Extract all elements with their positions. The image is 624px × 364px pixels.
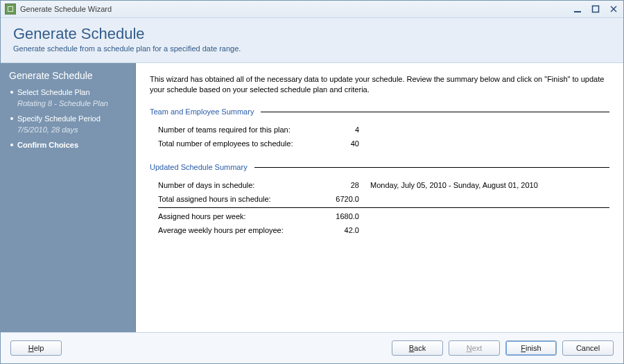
- summary-label: Number of days in schedule:: [158, 181, 318, 189]
- section-schedule-summary-title: Updated Schedule Summary: [150, 163, 609, 171]
- maximize-button[interactable]: [590, 3, 601, 15]
- section-divider: [261, 112, 609, 112]
- summary-row: Assigned hours per week: 1680.0: [158, 207, 609, 223]
- wizard-step-select-plan[interactable]: Select Schedule Plan Rotating 8 - Schedu…: [9, 87, 127, 109]
- summary-value: 6720.0: [318, 195, 359, 203]
- next-button[interactable]: Next: [449, 340, 500, 356]
- summary-value: 40: [318, 139, 359, 148]
- wizard-footer: Help Back Next Finish Cancel: [1, 332, 623, 363]
- section-divider: [254, 167, 609, 168]
- cancel-button[interactable]: Cancel: [562, 340, 614, 356]
- wizard-step-subtext: Rotating 8 - Schedule Plan: [17, 98, 127, 109]
- wizard-window: Generate Schedule Wizard Generate Schedu…: [0, 0, 624, 364]
- summary-extra: Monday, July 05, 2010 - Sunday, August 0…: [359, 181, 538, 189]
- page-title: Generate Schedule: [13, 25, 611, 43]
- summary-value: 28: [318, 181, 359, 189]
- svg-rect-1: [593, 6, 599, 12]
- summary-row: Average weekly hours per employee: 42.0: [158, 223, 609, 237]
- wizard-step-label: Confirm Choices: [17, 141, 78, 149]
- summary-value: 4: [318, 125, 359, 134]
- wizard-body: Generate Schedule Select Schedule Plan R…: [1, 63, 623, 332]
- wizard-step-label: Select Schedule Plan: [17, 88, 90, 96]
- summary-row: Number of days in schedule: 28 Monday, J…: [158, 178, 609, 192]
- close-button[interactable]: [608, 3, 619, 15]
- wizard-header: Generate Schedule Generate schedule from…: [1, 18, 623, 63]
- wizard-step-label: Specify Schedule Period: [17, 114, 101, 123]
- section-title-text: Updated Schedule Summary: [150, 163, 248, 171]
- summary-label: Assigned hours per week:: [158, 212, 318, 220]
- sidebar-title: Generate Schedule: [9, 70, 127, 81]
- back-button[interactable]: Back: [392, 340, 443, 356]
- section-title-text: Team and Employee Summary: [150, 107, 254, 116]
- summary-label: Number of teams required for this plan:: [158, 125, 318, 134]
- wizard-step-confirm[interactable]: Confirm Choices: [9, 139, 127, 150]
- team-summary-table: Number of teams required for this plan: …: [158, 123, 609, 150]
- window-title: Generate Schedule Wizard: [20, 5, 112, 13]
- summary-row: Number of teams required for this plan: …: [158, 123, 609, 137]
- page-subtitle: Generate schedule from a schedule plan f…: [13, 44, 611, 53]
- finish-button[interactable]: Finish: [505, 340, 557, 356]
- wizard-content: This wizard has obtained all of the nece…: [136, 63, 623, 332]
- summary-row: Total assigned hours in schedule: 6720.0: [158, 192, 609, 206]
- summary-label: Total number of employees to schedule:: [158, 139, 318, 148]
- window-controls: [572, 3, 619, 15]
- summary-label: Total assigned hours in schedule:: [158, 195, 318, 203]
- schedule-summary-table: Number of days in schedule: 28 Monday, J…: [158, 178, 609, 237]
- minimize-button[interactable]: [572, 3, 583, 15]
- summary-value: 1680.0: [318, 212, 359, 220]
- wizard-step-subtext: 7/5/2010, 28 days: [17, 124, 127, 135]
- summary-label: Average weekly hours per employee:: [158, 226, 318, 234]
- section-team-summary-title: Team and Employee Summary: [150, 107, 609, 116]
- app-icon: [5, 3, 16, 15]
- wizard-steps-sidebar: Generate Schedule Select Schedule Plan R…: [1, 63, 136, 332]
- summary-row: Total number of employees to schedule: 4…: [158, 137, 609, 150]
- help-button[interactable]: Help: [10, 340, 62, 356]
- intro-text: This wizard has obtained all of the nece…: [150, 74, 609, 95]
- wizard-step-specify-period[interactable]: Specify Schedule Period 7/5/2010, 28 day…: [9, 113, 127, 135]
- summary-value: 42.0: [318, 226, 359, 234]
- titlebar: Generate Schedule Wizard: [1, 1, 623, 18]
